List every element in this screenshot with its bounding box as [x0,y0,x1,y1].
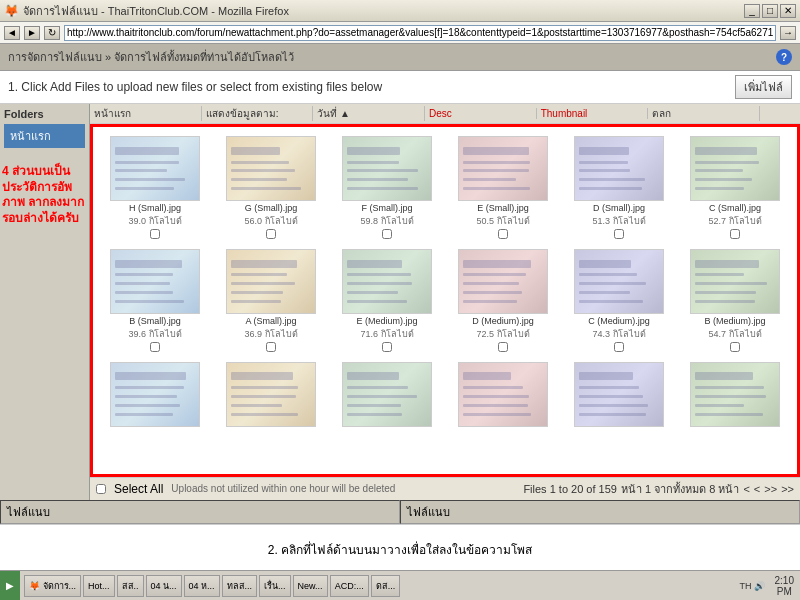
forward-button[interactable]: ► [24,26,40,40]
page-header: การจัดการไฟล์แนบ » จัดการไฟล์ทั้งหมดที่ท… [0,44,800,71]
file-name: C (Medium).jpg [588,316,650,327]
file-name: E (Small).jpg [477,203,529,214]
file-item[interactable] [561,357,677,434]
instruction-bar: 1. Click Add Files to upload new files o… [0,71,800,104]
page-wrapper: 🦊 จัดการไฟล์แนบ - ThaiTritonClub.COM - M… [0,0,800,600]
taskbar-item-6[interactable]: เรื่น... [259,575,291,597]
minimize-button[interactable]: _ [744,4,760,18]
file-size: 59.8 กิโลไบต์ [360,214,413,228]
taskbar: ▶ 🦊 จัดการ... Hot... สส.. 04 น... 04 ห..… [0,570,800,600]
file-thumbnail [574,136,664,201]
tray-icon-1: 🔊 [754,581,765,591]
file-thumbnail [110,362,200,427]
file-thumbnail [458,136,548,201]
grid-header-sort[interactable]: แสดงข้อมูลตาม: [202,106,314,121]
select-all-label: Select All [96,482,163,496]
reload-button[interactable]: ↻ [44,26,60,40]
file-item[interactable] [445,357,561,434]
file-name: H (Small).jpg [129,203,181,214]
nav-prev-button[interactable]: < [754,483,760,495]
grid-content: H (Small).jpg39.0 กิโลไบต์G (Small).jpg5… [90,124,800,477]
nav-next-button[interactable]: >> [764,483,777,495]
file-size: 52.7 กิโลไบต์ [708,214,761,228]
file-checkbox[interactable] [382,342,392,352]
file-item[interactable]: A (Small).jpg36.9 กิโลไบต์ [213,244,329,357]
nav-first-button[interactable]: < [743,483,749,495]
go-button[interactable]: → [780,26,796,40]
taskbar-item-firefox[interactable]: 🦊 จัดการ... [24,575,81,597]
address-input[interactable] [64,25,776,41]
taskbar-item-7[interactable]: New... [293,575,328,597]
file-checkbox[interactable] [498,342,508,352]
taskbar-item-9[interactable]: ดส... [371,575,401,597]
file-thumbnail [690,249,780,314]
grid-footer: Select All Uploads not utilized within o… [90,477,800,500]
taskbar-items: 🦊 จัดการ... Hot... สส.. 04 น... 04 ห... … [20,575,736,597]
file-item[interactable]: G (Small).jpg56.0 กิโลไบต์ [213,131,329,244]
file-size: 56.0 กิโลไบต์ [244,214,297,228]
taskbar-item-4[interactable]: 04 ห... [184,575,220,597]
taskbar-item-3[interactable]: 04 น... [146,575,182,597]
file-item[interactable]: H (Small).jpg39.0 กิโลไบต์ [97,131,213,244]
address-bar: ◄ ► ↻ → [0,22,800,44]
browser-title-bar: 🦊 จัดการไฟล์แนบ - ThaiTritonClub.COM - M… [0,0,800,22]
file-checkbox[interactable] [614,342,624,352]
file-size: 51.3 กิโลไบต์ [592,214,645,228]
file-size: 54.7 กิโลไบต์ [708,327,761,341]
file-size: 36.9 กิโลไบต์ [244,327,297,341]
select-all-checkbox[interactable] [96,484,106,494]
step2-text: 2. คลิกที่ไฟล์ด้านบนมาวางเพื่อใส่ลงในข้อ… [268,540,532,559]
taskbar-item-2[interactable]: สส.. [117,575,144,597]
file-size: 74.3 กิโลไบต์ [592,327,645,341]
close-button[interactable]: ✕ [780,4,796,18]
file-item[interactable] [329,357,445,434]
sidebar-folder-home[interactable]: หน้าแรก [4,124,85,148]
file-grid: H (Small).jpg39.0 กิโลไบต์G (Small).jpg5… [93,127,797,438]
file-item[interactable]: D (Medium).jpg72.5 กิโลไบต์ [445,244,561,357]
file-checkbox[interactable] [730,229,740,239]
file-item[interactable]: E (Medium).jpg71.6 กิโลไบต์ [329,244,445,357]
file-item[interactable]: D (Small).jpg51.3 กิโลไบต์ [561,131,677,244]
sidebar-title: Folders [4,108,85,120]
footer-left: Select All Uploads not utilized within o… [96,482,395,496]
grid-header-date[interactable]: วันที่ ▲ [313,106,425,121]
file-size: 39.0 กิโลไบต์ [128,214,181,228]
file-item[interactable] [677,357,793,434]
grid-header-desc[interactable]: Desc [425,108,537,119]
file-thumbnail [226,249,316,314]
file-checkbox[interactable] [730,342,740,352]
file-name: F (Small).jpg [361,203,412,214]
file-item[interactable]: C (Small).jpg52.7 กิโลไบต์ [677,131,793,244]
taskbar-clock: 2:10 PM [769,575,800,597]
file-item[interactable]: E (Small).jpg50.5 กิโลไบต์ [445,131,561,244]
start-button[interactable]: ▶ [0,571,20,600]
taskbar-item-5[interactable]: ทลส... [222,575,258,597]
file-checkbox[interactable] [266,229,276,239]
file-checkbox[interactable] [266,342,276,352]
files-info: Files 1 to 20 of 159 [523,483,617,495]
file-checkbox[interactable] [498,229,508,239]
back-button[interactable]: ◄ [4,26,20,40]
taskbar-item-1[interactable]: Hot... [83,575,115,597]
maximize-button[interactable]: □ [762,4,778,18]
file-item[interactable]: B (Medium).jpg54.7 กิโลไบต์ [677,244,793,357]
help-icon[interactable]: ? [776,49,792,65]
file-checkbox[interactable] [150,229,160,239]
file-thumbnail [574,249,664,314]
file-item[interactable]: C (Medium).jpg74.3 กิโลไบต์ [561,244,677,357]
grid-header-name[interactable]: หน้าแรก [90,106,202,121]
file-thumbnail [226,362,316,427]
file-checkbox[interactable] [614,229,624,239]
file-checkbox[interactable] [382,229,392,239]
file-item[interactable] [97,357,213,434]
add-file-button[interactable]: เพิ่มไฟล์ [735,75,792,99]
browser-title: จัดการไฟล์แนบ - ThaiTritonClub.COM - Moz… [23,2,289,20]
taskbar-item-8[interactable]: ACD:... [330,575,369,597]
file-item[interactable]: B (Small).jpg39.6 กิโลไบต์ [97,244,213,357]
nav-last-button[interactable]: >> [781,483,794,495]
file-checkbox[interactable] [150,342,160,352]
file-item[interactable] [213,357,329,434]
file-item[interactable]: F (Small).jpg59.8 กิโลไบต์ [329,131,445,244]
grid-header-thumb[interactable]: Thumbnail [537,108,649,119]
grid-header-extra[interactable]: ตลก [648,106,760,121]
